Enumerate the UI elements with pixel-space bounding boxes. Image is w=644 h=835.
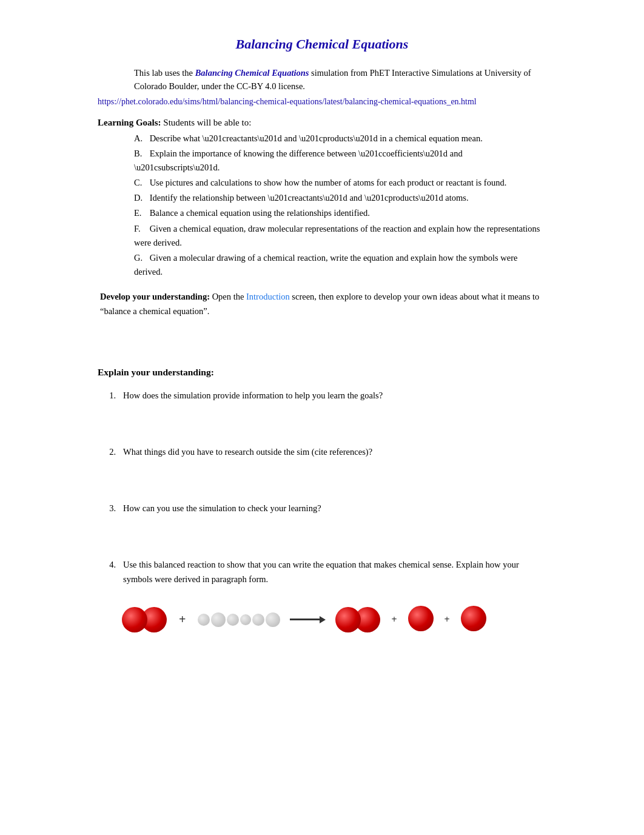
- list-text-f: Given a chemical equation, draw molecula…: [134, 224, 540, 247]
- molecule-group-5: [461, 606, 486, 634]
- intro-link[interactable]: Balancing Chemical Equations: [195, 68, 309, 78]
- plus-sign-1: +: [179, 612, 186, 626]
- develop-section: Develop your understanding: Open the Int…: [98, 290, 546, 318]
- question-4: 4. Use this balanced reaction to show th…: [98, 558, 546, 586]
- question-number-4: 4.: [98, 558, 116, 572]
- atom-gray-1: [198, 614, 210, 626]
- plus-sign-3: +: [444, 614, 450, 625]
- list-label-g: G.: [134, 251, 147, 265]
- list-text-c: Use pictures and calculations to show ho…: [150, 178, 507, 187]
- list-item: E. Balance a chemical equation using the…: [134, 206, 546, 220]
- question-text-1: How does the simulation provide informat…: [123, 389, 546, 403]
- question-number-3: 3.: [98, 501, 116, 515]
- atom-gray-4: [240, 614, 251, 625]
- list-text-a: Describe what \u201creactants\u201d and …: [150, 133, 483, 143]
- question-3: 3. How can you use the simulation to che…: [98, 501, 546, 515]
- introduction-link[interactable]: Introduction: [246, 292, 290, 301]
- questions-list: 1. How does the simulation provide infor…: [98, 389, 546, 586]
- atom-gray-5: [252, 614, 264, 626]
- plus-sign-2: +: [391, 614, 397, 625]
- learning-goals-header: Learning Goals: Students will be able to…: [98, 118, 546, 128]
- molecule-group-3: [335, 607, 380, 632]
- develop-heading: Develop your understanding:: [100, 292, 210, 301]
- learning-goals-intro: Students will be able to:: [163, 118, 251, 127]
- molecule-group-1: [122, 607, 167, 632]
- question-1: 1. How does the simulation provide infor…: [98, 389, 546, 403]
- atom-red-3: [335, 607, 361, 632]
- atom-red-5: [408, 606, 434, 631]
- list-item: B. Explain the importance of knowing the…: [134, 147, 546, 175]
- learning-goals-section: Learning Goals: Students will be able to…: [98, 118, 546, 280]
- list-label-c: C.: [134, 176, 147, 190]
- atom-gray-3: [227, 614, 239, 626]
- question-number-2: 2.: [98, 445, 116, 459]
- intro-prefix: This lab uses the: [134, 68, 195, 78]
- question-number-1: 1.: [98, 389, 116, 403]
- list-item: D. Identify the relationship between \u2…: [134, 191, 546, 205]
- question-text-3: How can you use the simulation to check …: [123, 501, 546, 515]
- atom-red-1: [122, 607, 147, 632]
- question-text-2: What things did you have to research out…: [123, 445, 546, 459]
- explain-section: Explain your understanding: 1. How does …: [98, 367, 546, 641]
- atom-gray-6: [266, 612, 280, 627]
- molecule-visualization: +: [122, 599, 546, 641]
- list-text-e: Balance a chemical equation using the re…: [150, 208, 370, 218]
- list-item: G. Given a molecular drawing of a chemic…: [134, 251, 546, 279]
- phet-url-link[interactable]: https://phet.colorado.edu/sims/html/bala…: [98, 97, 546, 107]
- molecule-group-2: [198, 612, 280, 627]
- molecule-group-4: [408, 606, 434, 634]
- explain-heading: Explain your understanding:: [98, 367, 546, 378]
- page-title: Balancing Chemical Equations: [98, 36, 546, 52]
- list-label-a: A.: [134, 132, 147, 146]
- intro-paragraph: This lab uses the Balancing Chemical Equ…: [134, 67, 546, 93]
- list-text-d: Identify the relationship between \u201c…: [150, 193, 469, 203]
- atom-red-6: [461, 606, 486, 631]
- question-2: 2. What things did you have to research …: [98, 445, 546, 459]
- list-label-d: D.: [134, 191, 147, 205]
- list-label-f: F.: [134, 222, 147, 236]
- list-item: F. Given a chemical equation, draw molec…: [134, 222, 546, 250]
- atom-gray-2: [211, 612, 226, 627]
- learning-goals-heading: Learning Goals:: [98, 118, 161, 127]
- list-text-b: Explain the importance of knowing the di…: [134, 149, 463, 172]
- reaction-arrow: [290, 616, 326, 623]
- question-text-4: Use this balanced reaction to show that …: [123, 558, 546, 586]
- list-text-g: Given a molecular drawing of a chemical …: [134, 253, 517, 277]
- page-container: Balancing Chemical Equations This lab us…: [49, 0, 595, 677]
- list-item: A. Describe what \u201creactants\u201d a…: [134, 132, 546, 146]
- list-item: C. Use pictures and calculations to show…: [134, 176, 546, 190]
- develop-prefix: Open the: [212, 292, 246, 301]
- list-label-e: E.: [134, 206, 147, 220]
- learning-goals-list: A. Describe what \u201creactants\u201d a…: [134, 132, 546, 280]
- list-label-b: B.: [134, 147, 147, 161]
